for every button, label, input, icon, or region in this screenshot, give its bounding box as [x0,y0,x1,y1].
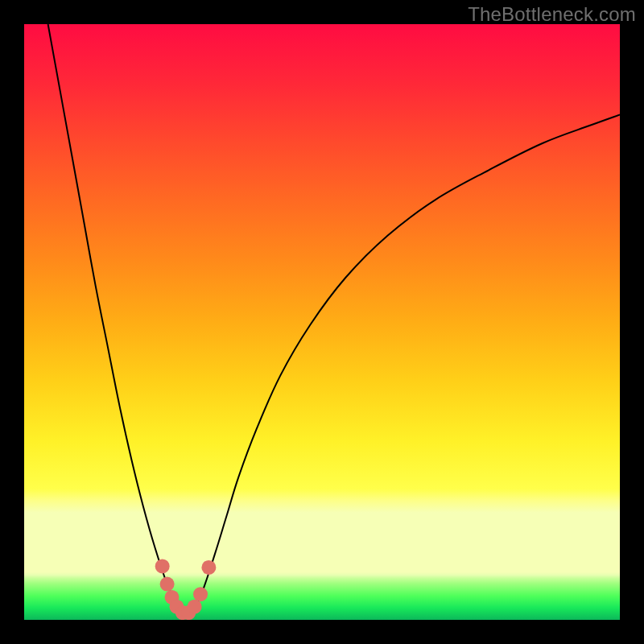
chart-frame: TheBottleneck.com [0,0,644,644]
marker-dot [155,559,170,573]
plot-area [24,24,620,620]
watermark-text: TheBottleneck.com [468,3,636,26]
gradient-background [24,24,620,620]
marker-dot [188,600,202,614]
marker-dot [160,577,175,592]
bottleneck-chart [24,24,620,620]
marker-dot [201,560,216,575]
marker-dot [193,587,208,601]
